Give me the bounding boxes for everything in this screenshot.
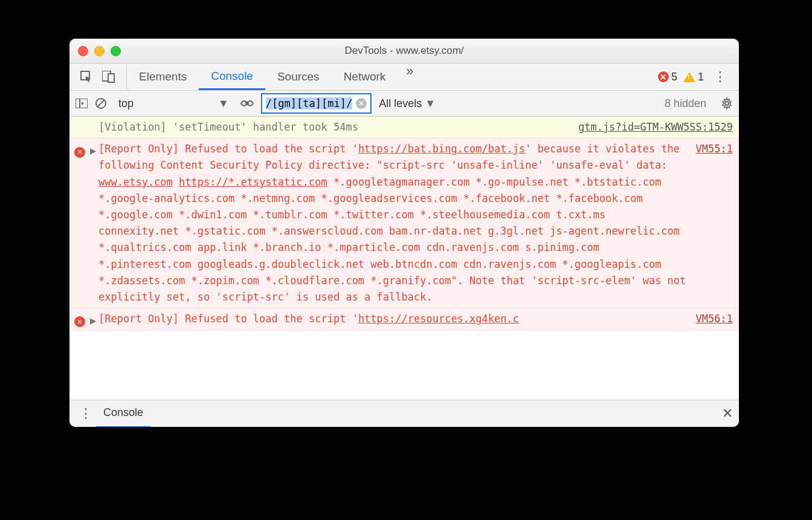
traffic-lights (78, 46, 121, 56)
tab-console[interactable]: Console (199, 63, 265, 90)
live-expression-icon[interactable] (240, 99, 254, 108)
console-settings-icon[interactable] (721, 97, 733, 109)
log-message: [Report Only] Refused to load the script… (98, 311, 696, 327)
drawer-tab-console[interactable]: Console (96, 400, 150, 427)
chevron-down-icon: ▼ (425, 97, 436, 109)
log-source-link[interactable]: VM55:1 (696, 141, 733, 157)
zoom-window-button[interactable] (111, 46, 121, 56)
warning-icon (683, 72, 695, 82)
clear-filter-icon[interactable]: ✕ (356, 98, 367, 109)
drawer: ⋮ Console ✕ (69, 400, 739, 427)
console-filterbar: top ▼ /[gm][ta][mi]/ ✕ All levels ▼ 8 hi… (69, 91, 739, 117)
error-icon: ✕ (74, 147, 85, 158)
filter-text: /[gm][ta][mi]/ (266, 97, 352, 109)
log-message: [Violation] 'setTimeout' handler took 54… (98, 119, 578, 135)
svg-point-8 (725, 102, 729, 105)
warning-count-badge[interactable]: 1 (683, 71, 704, 83)
context-label: top (118, 97, 134, 110)
csp-host-link[interactable]: https://*.etsystatic.com (179, 176, 327, 188)
execution-context-selector[interactable]: top ▼ (114, 96, 233, 112)
warning-count: 1 (698, 71, 704, 83)
panel-tabbar: Elements Console Sources Network » ✕ 5 1… (69, 63, 739, 91)
disclosure-triangle-icon[interactable]: ▶ (90, 311, 98, 329)
drawer-menu-icon[interactable]: ⋮ (76, 406, 96, 421)
log-entry-error[interactable]: ✕ ▶ [Report Only] Refused to load the sc… (69, 308, 739, 331)
tab-elements[interactable]: Elements (127, 63, 199, 90)
devtools-window: DevTools - www.etsy.com/ Elements Consol… (69, 39, 739, 427)
svg-rect-2 (108, 74, 114, 82)
clear-console-icon[interactable] (95, 97, 107, 109)
error-icon: ✕ (74, 316, 85, 327)
hidden-messages-count[interactable]: 8 hidden (665, 97, 706, 110)
device-toolbar-icon[interactable] (102, 71, 115, 83)
tab-sources[interactable]: Sources (265, 63, 332, 90)
error-count-badge[interactable]: ✕ 5 (658, 71, 677, 83)
settings-menu-icon[interactable]: ⋮ (710, 69, 730, 85)
log-entry-violation[interactable]: [Violation] 'setTimeout' handler took 54… (69, 117, 739, 138)
tab-network[interactable]: Network (332, 63, 398, 90)
filter-input[interactable]: /[gm][ta][mi]/ ✕ (261, 93, 372, 114)
titlebar: DevTools - www.etsy.com/ (69, 39, 739, 63)
log-message: [Report Only] Refused to load the script… (98, 141, 696, 305)
inspect-element-icon[interactable] (80, 71, 92, 83)
blocked-script-url[interactable]: https://resources.xg4ken.c (358, 313, 519, 325)
window-title: DevTools - www.etsy.com/ (69, 45, 739, 57)
chevron-down-icon: ▼ (218, 97, 229, 110)
svg-point-7 (245, 102, 249, 105)
console-log-area: [Violation] 'setTimeout' handler took 54… (69, 117, 739, 400)
log-source-link[interactable]: gtm.js?id=GTM-KWW5SS:1529 (578, 119, 733, 135)
log-levels-selector[interactable]: All levels ▼ (379, 97, 436, 110)
error-count: 5 (671, 71, 677, 83)
minimize-window-button[interactable] (94, 46, 105, 56)
close-drawer-icon[interactable]: ✕ (722, 406, 733, 421)
error-icon: ✕ (658, 71, 669, 82)
console-sidebar-toggle-icon[interactable] (76, 99, 88, 108)
more-tabs-icon[interactable]: » (398, 63, 422, 90)
close-window-button[interactable] (78, 46, 88, 56)
levels-label: All levels (379, 97, 422, 109)
csp-host-link[interactable]: www.etsy.com (98, 176, 173, 188)
log-entry-error[interactable]: ✕ ▶ [Report Only] Refused to load the sc… (69, 138, 739, 308)
blocked-script-url[interactable]: https://bat.bing.com/bat.js (358, 143, 525, 155)
log-source-link[interactable]: VM56:1 (696, 311, 733, 327)
svg-line-6 (97, 100, 105, 107)
disclosure-triangle-icon[interactable]: ▶ (90, 141, 98, 159)
